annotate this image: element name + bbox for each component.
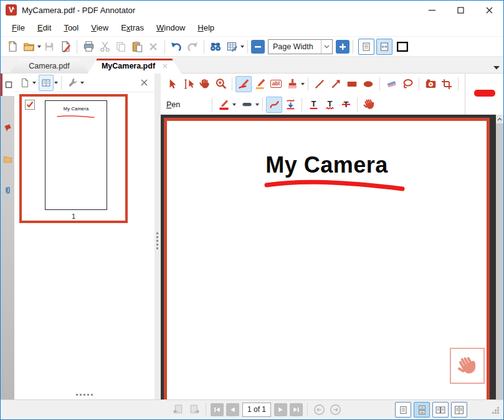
sidebar-vertical-splitter[interactable] (155, 74, 161, 399)
stamp-tool-button[interactable] (284, 76, 305, 92)
tools-menu-button[interactable] (65, 75, 84, 91)
arrow-tool-button[interactable] (328, 76, 344, 92)
crop-tool-button[interactable] (439, 76, 455, 92)
document-page[interactable]: My Camera (164, 118, 490, 399)
first-page-button[interactable] (211, 403, 224, 416)
zoom-magnifier-tool-button[interactable] (212, 76, 229, 92)
zoom-out-button[interactable] (251, 40, 265, 54)
save-button[interactable] (41, 39, 57, 55)
toolbar-separator (357, 98, 358, 112)
attachments-tab[interactable] (1, 174, 14, 206)
tab-list-dropdown-icon[interactable] (493, 62, 500, 72)
save-as-button[interactable] (57, 39, 74, 55)
pages-menu-button[interactable] (18, 75, 36, 91)
single-page-layout-button[interactable] (395, 402, 411, 418)
thumbnail-page-preview[interactable]: My Camera (45, 100, 107, 210)
bookmarks-tab[interactable] (1, 112, 14, 143)
resize-grip[interactable] (492, 406, 500, 416)
combobox-chevron-icon[interactable] (321, 40, 332, 54)
vertical-scrollbar[interactable] (496, 115, 503, 399)
minimize-button[interactable] (417, 1, 446, 19)
close-panel-button[interactable] (136, 75, 152, 91)
menu-tool[interactable]: Tool (57, 21, 85, 35)
maximize-button[interactable] (446, 1, 475, 19)
page-thumbnail-selected[interactable]: My Camera 1 (19, 94, 128, 223)
paste-button[interactable] (129, 39, 145, 55)
view-mode-dropdown-icon[interactable] (54, 82, 58, 84)
previous-page-button[interactable] (226, 403, 239, 416)
menu-extras[interactable]: Extras (115, 21, 150, 35)
select-tool-button[interactable] (164, 76, 180, 92)
touch-gesture-button[interactable] (361, 97, 377, 113)
zoom-dropdown-icon[interactable] (240, 45, 244, 48)
rectangle-tool-button[interactable] (344, 76, 360, 92)
ellipse-tool-button[interactable] (360, 76, 376, 92)
close-button[interactable] (475, 1, 503, 19)
copy-button[interactable] (113, 39, 129, 55)
menu-window[interactable]: Window (150, 21, 191, 35)
eraser-tool-button[interactable] (383, 76, 399, 92)
next-view-button[interactable] (187, 402, 202, 417)
menu-file[interactable]: File (6, 21, 31, 35)
stamp-dropdown-icon[interactable] (301, 83, 305, 85)
print-button[interactable] (80, 39, 97, 55)
menu-view[interactable]: View (85, 21, 115, 35)
scroll-up-button[interactable] (496, 115, 503, 123)
continuous-layout-button[interactable] (414, 402, 430, 418)
pan-tool-button[interactable] (196, 76, 212, 92)
thumbnail-title-text: My Camera (45, 106, 107, 112)
index-tab[interactable] (1, 143, 14, 174)
next-page-button[interactable] (274, 403, 287, 416)
strikeout-text-tool[interactable]: T (338, 97, 354, 113)
underline-text-tool[interactable]: T (305, 97, 321, 113)
zoom-level-select[interactable]: Page Width (268, 39, 333, 54)
redo-button[interactable] (184, 39, 201, 55)
tab-mycamera-pdf[interactable]: MyCamera.pdf (88, 59, 181, 74)
back-button[interactable] (311, 402, 326, 417)
menu-help[interactable]: Help (191, 21, 221, 35)
view-mode-button[interactable] (39, 75, 58, 91)
menu-edit[interactable]: Edit (31, 21, 57, 35)
delete-button[interactable] (145, 39, 161, 55)
tab-close-icon[interactable] (163, 64, 168, 69)
squiggly-text-tool[interactable]: T (321, 97, 338, 113)
zoom-in-button[interactable] (336, 40, 349, 54)
smooth-stroke-button[interactable] (266, 97, 282, 113)
thumbnail-checkbox[interactable] (25, 100, 35, 110)
sidebar-horizontal-splitter[interactable] (14, 391, 155, 398)
marker-tool-button[interactable] (252, 76, 268, 92)
text-box-tool-button[interactable]: abl (268, 76, 284, 92)
thumbnails-tab[interactable] (1, 74, 14, 96)
zoom-tool-button[interactable] (224, 39, 244, 55)
pen-style-button[interactable] (216, 97, 236, 113)
tab-camera-pdf[interactable]: Camera.pdf (9, 59, 89, 74)
line-tool-button[interactable] (311, 76, 328, 92)
two-page-layout-button[interactable] (432, 402, 449, 418)
pen-style-dropdown-icon[interactable] (232, 103, 236, 106)
book-layout-button[interactable] (451, 402, 467, 418)
pen-width-button[interactable] (239, 97, 259, 113)
full-page-view-button[interactable] (394, 39, 411, 55)
lasso-tool-button[interactable] (399, 76, 416, 92)
last-page-button[interactable] (290, 403, 303, 416)
previous-view-button[interactable] (171, 402, 186, 417)
toolbar-separator (379, 77, 380, 91)
pen-width-dropdown-icon[interactable] (255, 103, 259, 106)
pages-dropdown-icon[interactable] (32, 82, 36, 84)
tools-dropdown-icon[interactable] (80, 82, 84, 84)
pen-tool-button[interactable] (235, 76, 252, 92)
snapshot-tool-button[interactable] (422, 76, 439, 92)
find-button[interactable] (207, 39, 224, 55)
forward-button[interactable] (328, 402, 343, 417)
pen-stroke-annotation[interactable] (263, 179, 406, 193)
page-indicator[interactable]: 1 of 1 (242, 403, 271, 417)
undo-button[interactable] (168, 39, 184, 55)
new-document-button[interactable] (4, 39, 21, 55)
fit-width-button[interactable] (376, 39, 392, 55)
pen-pressure-button[interactable] (282, 97, 298, 113)
open-file-button[interactable] (21, 39, 41, 55)
document-area: abl (161, 74, 503, 399)
text-select-tool-button[interactable] (180, 76, 196, 92)
fit-page-button[interactable] (358, 39, 374, 55)
cut-button[interactable] (97, 39, 113, 55)
